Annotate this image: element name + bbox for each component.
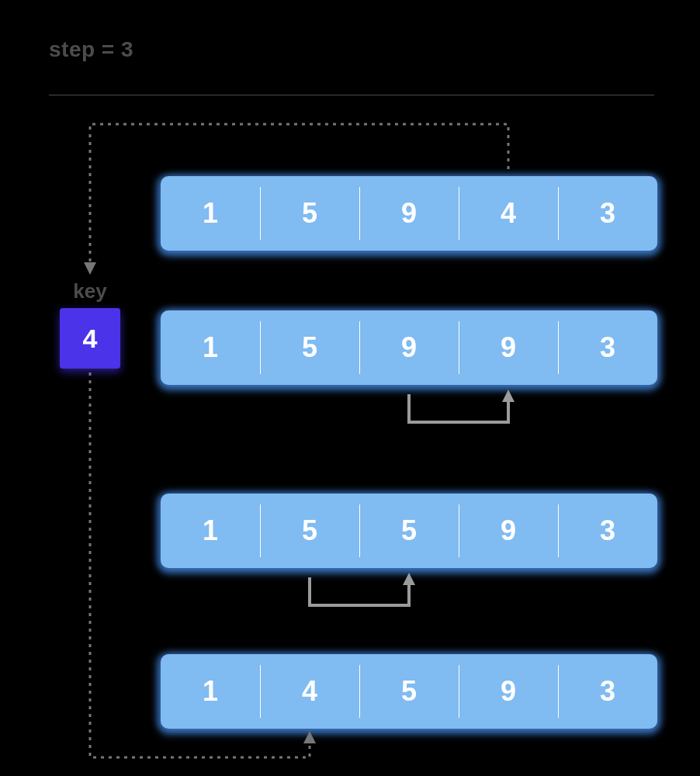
arrowhead-up-icon (502, 390, 515, 402)
array-cell: 5 (359, 494, 459, 568)
arrowhead-up-icon (403, 573, 415, 585)
arrowhead-up-icon (303, 731, 316, 743)
array-cell: 1 (161, 494, 260, 568)
array-cell: 5 (260, 494, 359, 568)
array-cell: 3 (558, 494, 657, 568)
array-row-1: 1 5 9 9 3 (161, 310, 657, 385)
array-cell: 5 (260, 176, 359, 251)
array-cell: 3 (558, 654, 657, 729)
array-row-0: 1 5 9 4 3 (161, 176, 657, 251)
array-cell: 4 (260, 654, 359, 729)
divider (49, 95, 654, 95)
array-cell: 1 (161, 310, 260, 385)
array-cell: 9 (459, 310, 558, 385)
array-cell: 4 (459, 176, 558, 251)
array-cell: 5 (260, 310, 359, 385)
array-cell: 3 (558, 176, 657, 251)
array-cell: 9 (459, 494, 558, 568)
shift-arrow-row1 (409, 394, 508, 422)
array-cell: 1 (161, 654, 260, 729)
key-label: key (60, 279, 120, 303)
key-box: key 4 (60, 279, 120, 369)
array-row-2: 1 5 5 9 3 (161, 494, 657, 568)
array-cell: 9 (359, 176, 459, 251)
step-label: step = 3 (49, 37, 133, 62)
array-cell: 9 (459, 654, 558, 729)
array-cell: 9 (359, 310, 459, 385)
array-cell: 5 (359, 654, 459, 729)
array-cell: 1 (161, 176, 260, 251)
shift-arrow-row2 (310, 577, 409, 605)
arrowhead-down-icon (84, 262, 96, 275)
array-cell: 3 (558, 310, 657, 385)
array-row-3: 1 4 5 9 3 (161, 654, 657, 729)
key-value: 4 (60, 308, 120, 369)
